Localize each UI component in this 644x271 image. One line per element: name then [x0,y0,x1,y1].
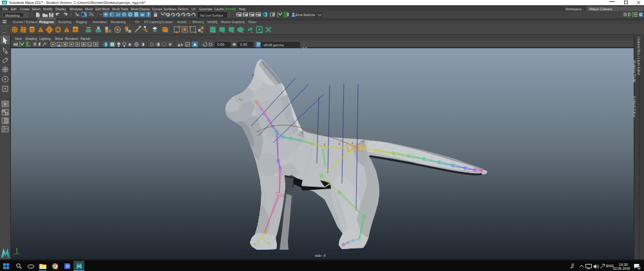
svg-text:1.00: 1.00 [240,42,248,46]
svg-text:x: x [232,30,234,33]
svg-text:x: x [260,30,261,33]
svg-text:x: x [223,30,224,33]
svg-text:x: x [251,30,252,33]
svg-text:0.00: 0.00 [217,42,225,46]
svg-text:[: [ [276,12,279,18]
svg-text:x: x [214,30,215,33]
svg-text:side -X: side -X [315,254,326,257]
svg-text:x: x [242,30,243,33]
svg-text:[: [ [627,12,630,18]
